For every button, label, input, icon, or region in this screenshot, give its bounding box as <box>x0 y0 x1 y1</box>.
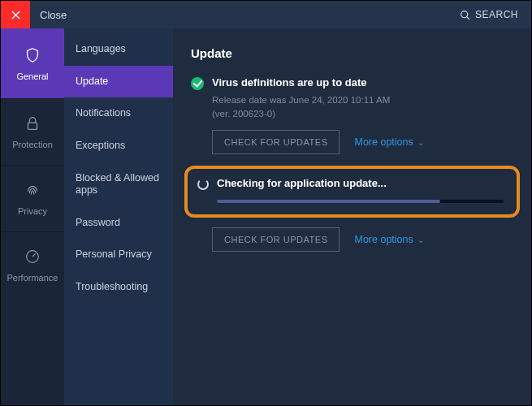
virus-release-line: Release date was June 24, 2020 10:11 AM <box>212 93 520 107</box>
titlebar: Close SEARCH <box>1 1 531 28</box>
chevron-down-icon: ⌄ <box>417 235 424 244</box>
content-panel: Update Virus definitions are up to date … <box>173 28 531 405</box>
virus-version-line: (ver. 200623-0) <box>212 107 520 121</box>
close-label: Close <box>30 1 67 28</box>
svg-point-0 <box>461 11 468 17</box>
svg-rect-1 <box>28 123 37 129</box>
sidebar-tab-performance[interactable]: Performance <box>1 231 64 298</box>
page-title: Update <box>191 46 520 60</box>
primary-sidebar: General Protection Privacy <box>1 28 64 405</box>
sidebar-tab-label: Performance <box>7 273 58 283</box>
settings-window: Close SEARCH General Protect <box>0 0 532 406</box>
secondary-sidebar: Languages Update Notifications Exception… <box>64 28 173 405</box>
sidebar-tab-label: Privacy <box>18 206 47 216</box>
more-options-app[interactable]: More options ⌄ <box>354 234 423 245</box>
close-button[interactable] <box>1 1 30 28</box>
search-button[interactable]: SEARCH <box>460 1 531 28</box>
more-options-virus[interactable]: More options ⌄ <box>354 136 423 148</box>
sidebar-tab-label: Protection <box>12 140 53 149</box>
spinner-icon <box>197 179 209 190</box>
more-options-label: More options <box>354 136 413 148</box>
app-update-highlight: Checking for application update... <box>184 166 520 218</box>
main-area: General Protection Privacy <box>1 28 531 405</box>
close-icon <box>11 11 20 19</box>
search-label: SEARCH <box>475 9 518 20</box>
sub-item-blocked-allowed[interactable]: Blocked & Allowed apps <box>64 162 173 207</box>
chevron-down-icon: ⌄ <box>417 138 424 147</box>
gauge-icon <box>24 248 41 266</box>
sub-item-update[interactable]: Update <box>64 66 173 98</box>
virus-status-text: Virus definitions are up to date <box>212 76 366 89</box>
sub-item-exceptions[interactable]: Exceptions <box>64 130 173 162</box>
sub-item-password[interactable]: Password <box>64 207 173 240</box>
check-updates-app-button[interactable]: CHECK FOR UPDATES <box>212 227 340 252</box>
search-icon <box>460 10 470 20</box>
lock-icon <box>24 114 41 132</box>
fingerprint-icon <box>24 181 41 199</box>
sub-item-troubleshooting[interactable]: Troubleshooting <box>64 271 173 304</box>
progress-fill <box>217 200 440 203</box>
status-ok-icon <box>191 77 204 90</box>
more-options-label: More options <box>354 234 413 245</box>
sub-item-languages[interactable]: Languages <box>64 33 173 66</box>
sidebar-tab-general[interactable]: General <box>1 28 64 98</box>
sub-item-notifications[interactable]: Notifications <box>64 97 173 130</box>
sidebar-tab-protection[interactable]: Protection <box>1 98 64 165</box>
app-status-text: Checking for application update... <box>217 177 387 189</box>
shield-icon <box>24 46 41 64</box>
sub-item-personal-privacy[interactable]: Personal Privacy <box>64 239 173 271</box>
virus-definitions-section: Virus definitions are up to date Release… <box>191 76 520 154</box>
sidebar-tab-label: General <box>16 71 48 81</box>
sidebar-tab-privacy[interactable]: Privacy <box>1 165 64 231</box>
app-update-progress <box>217 200 504 203</box>
check-updates-virus-button[interactable]: CHECK FOR UPDATES <box>212 130 340 154</box>
